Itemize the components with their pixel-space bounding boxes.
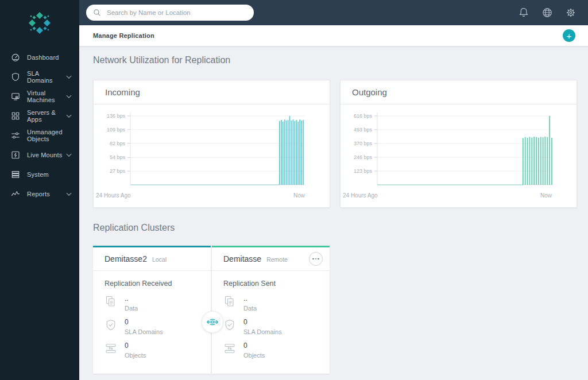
sidebar-item-reports[interactable]: Reports <box>0 184 79 204</box>
sidebar-item-unmanaged-objects[interactable]: Unmanaged Objects <box>0 126 79 145</box>
section-title-network: Network Utilization for Replication <box>93 55 577 65</box>
search-input[interactable] <box>106 9 247 17</box>
y-tick-label: 82 bps <box>110 141 126 146</box>
stat-label: SLA Domains <box>125 328 163 335</box>
y-tick-label: 493 bps <box>354 127 373 133</box>
stat-label: Data <box>243 305 257 312</box>
sidebar-item-sla-domains[interactable]: SLA Domains <box>0 67 79 87</box>
data-icon <box>105 295 117 308</box>
search-icon <box>93 9 101 17</box>
sliders-icon <box>11 131 20 140</box>
outgoing-chart: 123 bps246 bps370 bps493 bps616 bps24 Ho… <box>341 106 577 204</box>
stat-value: 0 <box>125 342 146 350</box>
shield-icon <box>11 72 20 82</box>
cluster-menu-button[interactable] <box>309 252 323 266</box>
stat-label: Objects <box>243 352 265 359</box>
grid-icon <box>11 111 20 121</box>
ellipsis-icon <box>312 258 314 260</box>
sla-shield-icon <box>223 319 236 331</box>
sidebar-item-servers-apps[interactable]: Servers & Apps <box>0 106 79 126</box>
cluster-card-demitasse2: Demitasse2LocalReplication Received..Dat… <box>93 246 211 374</box>
reports-icon <box>11 189 20 199</box>
sidebar-item-label: Virtual Machines <box>27 90 66 103</box>
rubrik-logo[interactable] <box>0 0 79 46</box>
topbar <box>79 0 588 25</box>
cluster-location-tag: Local <box>152 256 167 263</box>
sidebar-item-system[interactable]: System <box>0 165 79 184</box>
stat-sla-domains: 0SLA Domains <box>105 319 199 335</box>
y-tick-label: 136 bps <box>107 113 126 119</box>
search-box[interactable] <box>86 5 254 21</box>
sidebar-nav: DashboardSLA DomainsVirtual MachinesServ… <box>0 48 79 204</box>
system-icon <box>11 170 20 179</box>
stat-objects: 0Objects <box>105 342 199 359</box>
y-tick-label: 109 bps <box>107 127 126 133</box>
stat-objects: 0Objects <box>223 342 318 359</box>
x-axis-label-left: 24 Hours Ago <box>343 192 378 199</box>
stat-value: 0 <box>243 342 265 350</box>
topbar-icons <box>518 7 577 18</box>
logo-icon <box>26 10 53 36</box>
settings-gear-icon[interactable] <box>565 7 577 18</box>
cluster-flow-label: Replication Sent <box>212 271 330 288</box>
incoming-chart-card: Incoming27 bps54 bps82 bps109 bps136 bps… <box>93 80 330 208</box>
cluster-stats: ..Data0SLA Domains0Objects <box>212 288 330 359</box>
stat-sla-domains: 0SLA Domains <box>223 319 318 335</box>
series-spikes <box>280 116 303 185</box>
chevron-down-icon <box>66 114 72 118</box>
replication-clusters: Demitasse2LocalReplication Received..Dat… <box>93 246 330 374</box>
stat-value: 0 <box>243 319 282 326</box>
chart-title: Outgoing <box>341 80 577 104</box>
content: Network Utilization for Replication Inco… <box>79 46 588 380</box>
stat-data: ..Data <box>105 295 199 312</box>
breadcrumb-bar: Manage Replication + <box>79 25 588 46</box>
sidebar-item-label: Live Mounts <box>27 152 66 158</box>
cluster-name: Demitasse <box>223 254 261 263</box>
monitor-icon <box>11 92 20 101</box>
notifications-bell-icon[interactable] <box>518 7 529 18</box>
sidebar-item-label: System <box>27 171 72 178</box>
x-axis-label-left: 24 Hours Ago <box>96 192 131 199</box>
sidebar-item-label: Servers & Apps <box>27 109 66 123</box>
globe-icon[interactable] <box>541 7 553 18</box>
series-spikes <box>523 116 552 185</box>
stat-data: ..Data <box>223 295 318 312</box>
y-tick-label: 370 bps <box>354 141 373 146</box>
chart-title: Incoming <box>94 80 330 104</box>
chevron-down-icon <box>66 192 72 196</box>
sidebar-item-label: Dashboard <box>27 54 72 61</box>
incoming-chart: 27 bps54 bps82 bps109 bps136 bps24 Hours… <box>94 106 330 204</box>
sidebar-item-dashboard[interactable]: Dashboard <box>0 48 79 67</box>
cluster-location-tag: Remote <box>266 256 288 263</box>
page-title: Manage Replication <box>93 32 154 39</box>
stat-label: SLA Domains <box>243 328 282 335</box>
sidebar-item-label: Unmanaged Objects <box>27 129 72 142</box>
chevron-down-icon <box>66 75 72 79</box>
data-icon <box>223 295 236 308</box>
x-axis-label-right: Now <box>293 192 305 199</box>
sidebar: DashboardSLA DomainsVirtual MachinesServ… <box>0 0 79 380</box>
cluster-flow-label: Replication Received <box>93 271 211 288</box>
y-tick-label: 54 bps <box>110 154 126 160</box>
app-window: DashboardSLA DomainsVirtual MachinesServ… <box>0 0 588 380</box>
stat-label: Objects <box>125 352 146 359</box>
stat-label: Data <box>125 305 138 312</box>
cluster-card-header: Demitasse2Local <box>93 247 211 271</box>
x-axis-label-right: Now <box>540 192 552 199</box>
sla-shield-icon <box>105 319 117 331</box>
cluster-card-header: DemitasseRemote <box>212 247 330 271</box>
sidebar-item-virtual-machines[interactable]: Virtual Machines <box>0 87 79 106</box>
objects-icon <box>223 342 236 355</box>
y-tick-label: 27 bps <box>110 168 126 174</box>
replication-sync-badge <box>202 311 223 333</box>
stat-value: .. <box>243 295 257 303</box>
add-button[interactable]: + <box>563 29 575 42</box>
sidebar-item-live-mounts[interactable]: Live Mounts <box>0 145 79 165</box>
outgoing-chart-card: Outgoing123 bps246 bps370 bps493 bps616 … <box>340 80 577 208</box>
y-tick-label: 246 bps <box>354 154 373 160</box>
network-charts-row: Incoming27 bps54 bps82 bps109 bps136 bps… <box>93 80 577 208</box>
objects-icon <box>105 342 117 355</box>
chevron-down-icon <box>66 95 72 99</box>
sync-arrows-icon <box>206 315 219 329</box>
stat-value: .. <box>125 295 138 303</box>
